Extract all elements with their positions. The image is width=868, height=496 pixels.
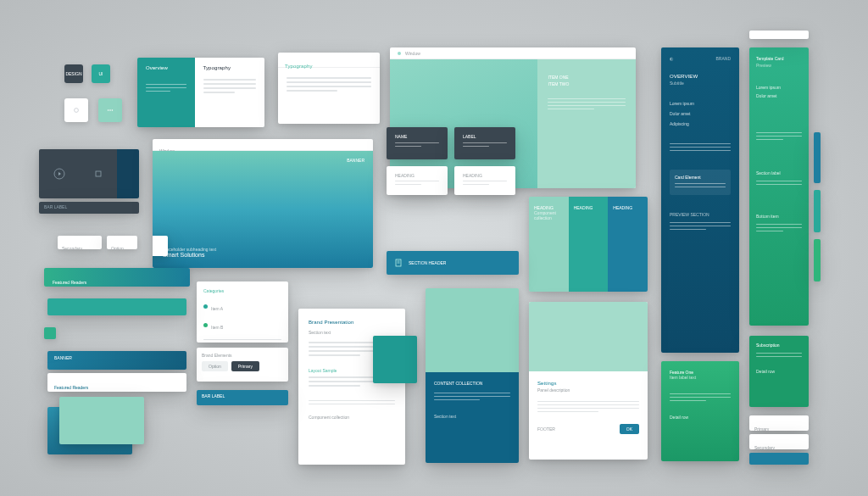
twotone-card-title: CONTENT COLLECTION: [434, 381, 510, 386]
side-strip-c: [814, 239, 821, 281]
chip-2[interactable]: UI: [92, 64, 110, 83]
dots-icon: [107, 107, 114, 114]
hero-col1: ITEM ONE: [548, 75, 626, 80]
chip-3[interactable]: [64, 98, 88, 122]
right-chip-a-label: Primary: [754, 426, 769, 431]
chip-overlay-a-label: Primary: [153, 239, 164, 244]
side-strip-b: [814, 190, 821, 232]
banner-a[interactable]: Featured Readers: [44, 268, 190, 287]
settings-panel-button[interactable]: OK: [620, 424, 639, 434]
label-chip-b[interactable]: Option: [107, 236, 137, 249]
card-top-b-sub: Typography: [285, 64, 313, 69]
tall-green-l3: Section label: [756, 170, 802, 176]
tall-navy-sub: Subtitle: [670, 81, 731, 86]
trio-col-a-sub: Component collection: [534, 210, 564, 220]
mint-tile: [59, 397, 144, 444]
chip-1[interactable]: DESIGN: [64, 64, 83, 83]
settings-panel-sub: Panel description: [537, 387, 639, 393]
info-card-a-title: HEADING: [395, 173, 439, 178]
teal-bar: [47, 298, 186, 315]
tall-navy-brand-mark: ◐: [670, 56, 673, 61]
layer-window-tag: BANNER: [347, 158, 364, 163]
green-card-b-line: Detail row: [756, 369, 802, 374]
banner-a-label: Featured Readers: [53, 280, 86, 285]
trio-columns: HEADING Component collection HEADING HEA…: [529, 197, 648, 292]
tall-green-l2: Dolor amet: [756, 93, 802, 98]
list-row-b[interactable]: Item B: [211, 325, 223, 330]
tall-navy-panel: ◐ BRAND OVERVIEW Subtitle Lorem ipsum Do…: [661, 47, 739, 353]
trio-col-c: HEADING: [613, 205, 643, 210]
options-card: Brand Elements Option Primary: [197, 348, 288, 382]
label-chip-b-text: Option: [111, 246, 124, 249]
square-icon[interactable]: [94, 170, 103, 178]
chip-2-label: UI: [99, 71, 103, 76]
label-chip-a[interactable]: Secondary: [58, 236, 102, 249]
placeholder-icon: [73, 107, 80, 114]
paper-sheet-a-sub: Section text: [309, 330, 395, 335]
tall-navy-brand: BRAND: [715, 56, 731, 61]
chip-4[interactable]: [98, 98, 122, 122]
tall-navy-box: Card Element: [675, 175, 726, 180]
right-chip-b[interactable]: Secondary: [749, 434, 809, 449]
label-chip-a-text: Secondary: [62, 246, 82, 249]
layer-window-sub: Placeholder subheading text: [163, 247, 216, 252]
layer-window-headline: Smart Solutions: [163, 252, 216, 258]
card-top-a-col-title: Typography: [203, 64, 257, 72]
hero-window-tab: Window: [405, 51, 420, 56]
options-card-title: Brand Elements: [202, 353, 283, 358]
info-card-a[interactable]: HEADING: [387, 166, 448, 195]
options-chip-b[interactable]: Primary: [231, 361, 259, 371]
right-chip-b-label: Secondary: [754, 445, 775, 449]
tall-navy-l2: Dolor amet: [670, 111, 731, 116]
tall-navy-l3: Adipiscing: [670, 121, 731, 126]
contact-card-b[interactable]: LABEL: [454, 127, 515, 159]
doc-banner[interactable]: SECTION HEADER: [387, 251, 519, 275]
contact-card-b-name: LABEL: [463, 134, 507, 139]
settings-panel-foot: FOOTER: [537, 426, 555, 432]
trio-col-b: HEADING: [574, 205, 604, 210]
tall-green-l1: Lorem ipsum: [756, 85, 802, 90]
info-card-b[interactable]: HEADING: [454, 166, 515, 195]
svg-point-0: [75, 109, 79, 113]
under-options-bar: BAR LABEL: [197, 390, 288, 405]
green-card-b-title: Subscription: [756, 343, 802, 348]
accent-block: [373, 336, 417, 383]
twotone-card: CONTENT COLLECTION Section text: [426, 288, 519, 463]
settings-panel: Settings Panel description FOOTER OK: [529, 302, 648, 460]
paper-sheet-a-title: Brand Presentation: [309, 319, 395, 326]
green-card-sub: Item label text: [670, 375, 731, 380]
green-card-line: Detail row: [670, 415, 731, 420]
doc-banner-label: SECTION HEADER: [409, 260, 446, 265]
green-card: Feature One Item label text Detail row: [661, 361, 739, 461]
ocean-bar-a[interactable]: BANNER: [47, 351, 186, 370]
tall-green-title: Template Card: [756, 56, 802, 61]
settings-panel-title: Settings: [537, 380, 639, 387]
under-options-bar-label: BAR LABEL: [197, 390, 288, 402]
tall-green-l4: Bottom item: [756, 214, 802, 219]
paper-sheet-a-foot: Component collection: [309, 415, 395, 420]
white-bar-label: Featured Readers: [54, 385, 88, 390]
right-chip-c: [749, 453, 809, 465]
media-bar-label: BAR LABEL: [44, 204, 67, 209]
media-card: [39, 149, 139, 198]
top-rule: [749, 31, 809, 39]
dot-tile: [44, 327, 56, 339]
svg-rect-6: [96, 171, 101, 176]
white-bar[interactable]: Featured Readers: [47, 373, 186, 392]
right-chip-a[interactable]: Primary: [749, 415, 809, 431]
list-card: Categories Item A Item B: [197, 281, 288, 343]
contact-card-a[interactable]: NAME: [387, 127, 448, 159]
play-icon[interactable]: [53, 168, 65, 180]
list-row-a[interactable]: Item A: [211, 306, 223, 311]
card-top-a-title: Overview: [146, 64, 186, 72]
hero-col2: ITEM TWO: [548, 81, 626, 86]
options-chip-a[interactable]: Option: [202, 361, 228, 371]
info-card-b-title: HEADING: [463, 173, 507, 178]
side-strip-a: [814, 132, 821, 183]
chip-1-label: DESIGN: [65, 71, 81, 76]
contact-card-a-name: NAME: [395, 134, 439, 139]
document-icon: [395, 259, 403, 267]
svg-point-2: [109, 109, 111, 111]
tall-navy-l1: Lorem ipsum: [670, 101, 731, 106]
chip-overlay-a[interactable]: Primary: [153, 236, 168, 256]
